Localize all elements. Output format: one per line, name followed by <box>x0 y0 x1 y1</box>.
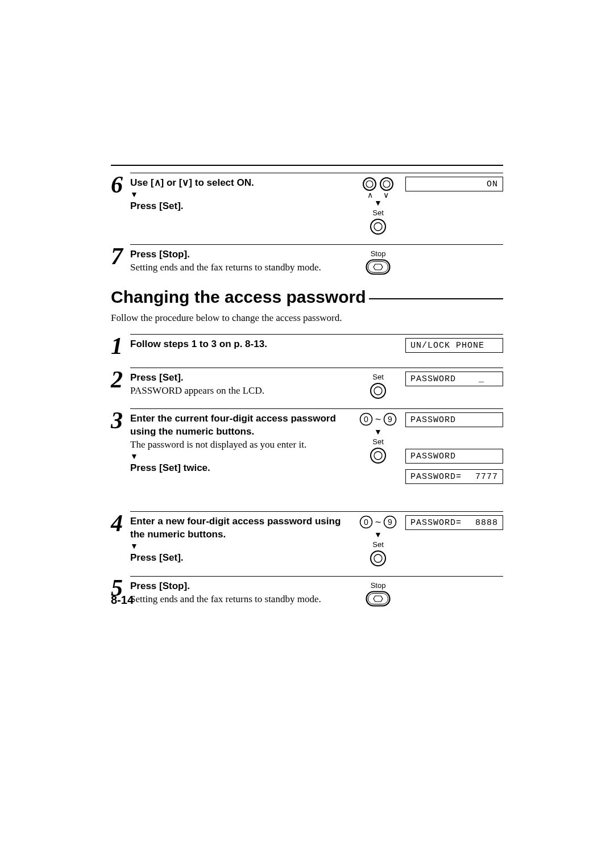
nav-button-up-icon <box>362 177 377 191</box>
svg-text:9: 9 <box>388 518 392 527</box>
step-number: 1 <box>111 334 130 358</box>
step-3: 3 Enter the current four-digit access pa… <box>111 406 503 490</box>
page-number: 8-14 <box>111 594 134 607</box>
nav-button-down-icon <box>379 177 394 191</box>
stop-button-icon <box>366 591 391 607</box>
lcd-text-right: 8888 <box>475 518 498 528</box>
step-3-note: The password is not displayed as you ent… <box>130 439 347 452</box>
svg-point-2 <box>380 178 393 190</box>
svg-point-22 <box>374 554 382 562</box>
down-glyph-small: ∨ <box>383 190 389 199</box>
set-label: Set <box>372 208 384 217</box>
step-4-instruction: Enter a new four-digit access password u… <box>130 515 347 541</box>
svg-point-4 <box>371 219 385 234</box>
lcd-text: UN/LOCK PHONE <box>410 341 484 350</box>
svg-marker-8 <box>374 264 383 270</box>
digit-nine-icon: 9 <box>383 412 397 426</box>
svg-point-3 <box>383 181 390 187</box>
step-number: 4 <box>111 511 130 535</box>
lcd-display: PASSWORD <box>405 449 503 464</box>
step-number: 2 <box>111 368 130 391</box>
up-glyph-small: ∧ <box>367 190 373 199</box>
digit-zero-icon: 0 <box>359 412 373 426</box>
lcd-text: PASSWORD <box>410 452 456 461</box>
arrow-row: ∧ ∨ <box>367 190 389 199</box>
down-arrow-indicator: ▼ <box>130 453 347 461</box>
text: Use [ <box>130 177 154 188</box>
lcd-display: PASSWORD= 7777 <box>405 469 503 484</box>
tilde: ~ <box>375 414 381 425</box>
svg-point-15 <box>371 448 385 463</box>
lcd-display: PASSWORD _ <box>405 372 503 386</box>
step-4-press-set: Press [Set]. <box>130 552 347 565</box>
set-button-icon <box>370 550 387 567</box>
set-button-icon <box>370 382 387 399</box>
section-title-row: Changing the access password <box>111 287 503 307</box>
svg-rect-24 <box>368 594 388 604</box>
down-arrow-indicator: ▼ <box>130 542 347 550</box>
numeric-range: 0 ~ 9 <box>359 412 397 426</box>
step-1: 1 Follow steps 1 to 3 on p. 8-13. UN/LOC… <box>111 332 503 358</box>
stop-button-icon <box>366 259 391 275</box>
step-5-press-stop: Press [Stop]. <box>130 580 347 593</box>
step-number: 3 <box>111 408 130 432</box>
svg-text:0: 0 <box>364 518 368 527</box>
step-3-instruction: Enter the current four-digit access pass… <box>130 412 347 439</box>
down-glyph: ∨ <box>182 177 189 188</box>
svg-point-0 <box>363 178 376 190</box>
up-glyph: ∧ <box>154 177 161 188</box>
text: ] to select ON. <box>189 177 254 188</box>
top-rule <box>111 165 503 166</box>
step-5: 5 Press [Stop]. Setting ends and the fax… <box>111 574 503 607</box>
step-number: 6 <box>111 173 130 197</box>
stop-label: Stop <box>371 581 386 590</box>
section-title: Changing the access password <box>111 287 366 307</box>
down-arrow-indicator: ▼ <box>374 199 382 207</box>
lcd-text-right: 7777 <box>475 472 498 482</box>
svg-point-10 <box>374 387 382 395</box>
digit-nine-icon: 9 <box>383 515 397 529</box>
svg-text:9: 9 <box>388 415 392 424</box>
lcd-display: ON <box>405 177 503 191</box>
tilde: ~ <box>375 516 381 528</box>
page: 6 Use [∧] or [∨] to select ON. ▼ Press [… <box>0 0 614 868</box>
digit-zero-icon: 0 <box>359 515 373 529</box>
step-2-note: PASSWORD appears on the LCD. <box>130 385 347 398</box>
step-1-instruction: Follow steps 1 to 3 on p. 8-13. <box>130 338 347 351</box>
svg-point-1 <box>366 181 373 187</box>
step-6-instruction: Use [∧] or [∨] to select ON. <box>130 177 347 190</box>
lcd-text-left: PASSWORD= <box>410 472 462 482</box>
lcd-text: ON <box>487 180 498 189</box>
step-5-note: Setting ends and the fax returns to stan… <box>130 593 347 606</box>
step-7: 7 Press [Stop]. Setting ends and the fax… <box>111 242 503 275</box>
step-3-press-set-twice: Press [Set] twice. <box>130 462 347 475</box>
text: ] or [ <box>161 177 182 188</box>
section-intro: Follow the procedure below to change the… <box>111 312 503 324</box>
set-button-icon <box>370 218 387 235</box>
step-2-press-set: Press [Set]. <box>130 372 347 385</box>
step-4: 4 Enter a new four-digit access password… <box>111 509 503 567</box>
svg-text:0: 0 <box>364 415 368 424</box>
step-number: 7 <box>111 244 130 268</box>
down-arrow-indicator: ▼ <box>374 428 382 436</box>
set-button-icon <box>370 447 387 464</box>
down-arrow-indicator: ▼ <box>374 531 382 539</box>
set-label: Set <box>372 373 384 381</box>
nav-button-pair <box>362 177 394 191</box>
lcd-display: UN/LOCK PHONE <box>405 338 503 353</box>
numeric-range: 0 ~ 9 <box>359 515 397 529</box>
svg-point-9 <box>371 383 385 398</box>
stop-label: Stop <box>371 249 386 258</box>
down-arrow-indicator: ▼ <box>130 191 347 199</box>
lcd-text-left: PASSWORD= <box>410 518 462 528</box>
lcd-display: PASSWORD <box>405 412 503 427</box>
set-label: Set <box>372 437 384 446</box>
svg-point-5 <box>374 223 382 231</box>
step-6-press-set: Press [Set]. <box>130 200 347 213</box>
title-underline <box>369 298 503 299</box>
svg-rect-7 <box>368 262 388 273</box>
lcd-display: PASSWORD= 8888 <box>405 515 503 530</box>
lcd-text: PASSWORD _ <box>410 374 484 384</box>
svg-rect-6 <box>367 260 390 274</box>
step-2: 2 Press [Set]. PASSWORD appears on the L… <box>111 365 503 399</box>
